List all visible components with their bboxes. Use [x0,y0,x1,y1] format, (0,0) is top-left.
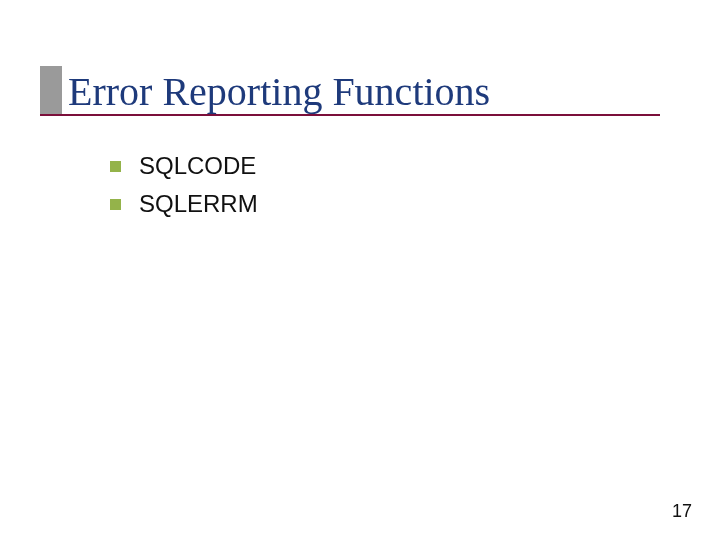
slide-title: Error Reporting Functions [68,68,490,115]
square-bullet-icon [110,161,121,172]
title-tick-accent [40,66,62,116]
bullet-text: SQLCODE [139,152,256,180]
slide: Error Reporting Functions SQLCODE SQLERR… [0,0,720,540]
bullet-list: SQLCODE SQLERRM [110,152,258,228]
bullet-text: SQLERRM [139,190,258,218]
page-number: 17 [672,501,692,522]
list-item: SQLCODE [110,152,258,180]
square-bullet-icon [110,199,121,210]
list-item: SQLERRM [110,190,258,218]
